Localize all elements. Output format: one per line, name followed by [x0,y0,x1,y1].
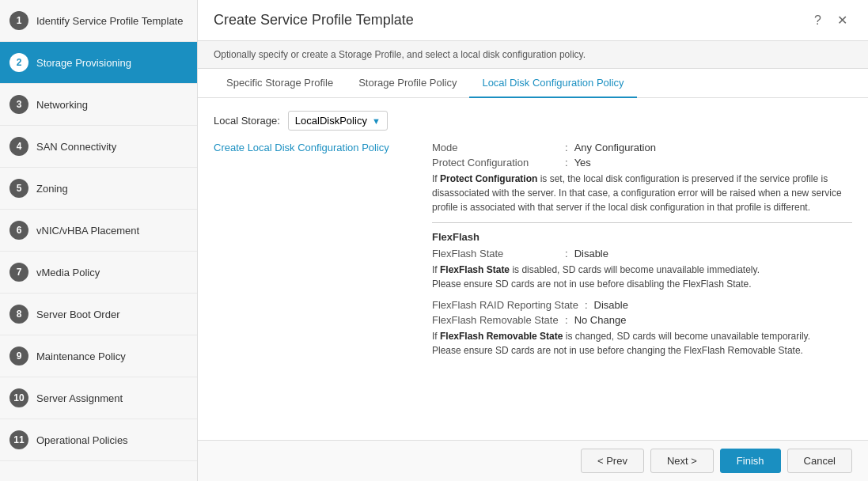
flexflash-state-description: If FlexFlash State is disabled, SD cards… [432,263,843,291]
step-number-6: 6 [9,221,28,240]
step-number-5: 5 [9,179,28,198]
flexflash-state-bold: FlexFlash State [440,264,510,275]
cancel-button[interactable]: Cancel [787,449,852,473]
step-number-10: 10 [9,388,28,407]
step-number-11: 11 [9,430,28,449]
sidebar-item-label-1: Identify Service Profile Template [36,15,183,27]
sidebar-item-label-6: vNIC/vHBA Placement [36,225,139,237]
sidebar-item-label-8: Server Boot Order [36,309,120,320]
step-number-9: 9 [9,347,28,365]
sidebar-item-label-2: Storage Provisioning [36,57,131,69]
main-content: Create Service Profile Template ? ✕ Opti… [198,0,868,481]
tab-local-disk-configuration-policy[interactable]: Local Disk Configuration Policy [469,69,636,98]
step-number-7: 7 [9,263,28,282]
flexflash-state-row: FlexFlash State : Disable [432,248,852,259]
step-number-2: 2 [9,53,28,72]
right-panel: Mode : Any Configuration Protect Configu… [432,142,852,365]
local-storage-row: Local Storage: LocalDiskPolicy ▼ [214,111,852,131]
sidebar-item-10[interactable]: 10 Server Assignment [0,377,197,419]
next-button[interactable]: Next > [650,449,714,473]
finish-button[interactable]: Finish [720,449,781,473]
flexflash-removable-bold: FlexFlash Removable State [440,331,563,342]
tab-storage-profile-policy[interactable]: Storage Profile Policy [346,69,469,98]
step-number-4: 4 [9,137,28,156]
mode-label: Mode [432,142,559,153]
sidebar-item-label-11: Operational Policies [36,434,128,446]
chevron-down-icon: ▼ [372,116,381,126]
close-button[interactable]: ✕ [832,11,852,29]
sidebar-item-label-5: Zoning [36,183,68,195]
mode-value: Any Configuration [574,142,656,153]
sidebar-item-11[interactable]: 11 Operational Policies [0,419,197,461]
sidebar-item-5[interactable]: 5 Zoning [0,168,197,210]
local-storage-select[interactable]: LocalDiskPolicy ▼ [288,111,388,131]
step-number-3: 3 [9,95,28,114]
sidebar-item-label-10: Server Assignment [36,392,123,404]
sidebar-item-label-9: Maintenance Policy [36,350,126,362]
flexflash-raid-label: FlexFlash RAID Reporting State [432,299,578,311]
sidebar-item-2[interactable]: 2 Storage Provisioning [0,42,197,84]
sidebar-item-label-7: vMedia Policy [36,267,100,278]
sidebar-item-9[interactable]: 9 Maintenance Policy [0,335,197,377]
sidebar-item-label-4: SAN Connectivity [36,141,116,153]
modal-title: Create Service Profile Template [214,12,414,28]
flexflash-divider [432,222,852,223]
flexflash-section-title: FlexFlash [432,231,852,243]
flexflash-state-label: FlexFlash State [432,248,559,259]
modal-header: Create Service Profile Template ? ✕ [198,0,868,41]
sidebar-item-8[interactable]: 8 Server Boot Order [0,294,197,335]
protect-config-row: Protect Configuration : Yes [432,157,852,169]
protect-config-bold: Protect Configuration [440,173,537,184]
left-panel: Create Local Disk Configuration Policy [214,142,419,365]
header-actions: ? ✕ [809,11,852,29]
sidebar-item-1[interactable]: 1 Identify Service Profile Template [0,0,197,42]
sidebar-item-3[interactable]: 3 Networking [0,84,197,126]
protect-config-value: Yes [574,157,591,169]
local-storage-label: Local Storage: [214,115,280,127]
description-bar: Optionally specify or create a Storage P… [198,41,868,69]
tab-specific-storage-profile[interactable]: Specific Storage Profile [214,69,346,98]
two-col-layout: Create Local Disk Configuration Policy M… [214,142,852,365]
flexflash-removable-label: FlexFlash Removable State [432,314,559,326]
footer: < Prev Next > Finish Cancel [198,440,868,481]
mode-row: Mode : Any Configuration [432,142,852,153]
help-button[interactable]: ? [809,11,826,29]
sidebar-item-6[interactable]: 6 vNIC/vHBA Placement [0,210,197,252]
sidebar-item-4[interactable]: 4 SAN Connectivity [0,126,197,168]
create-local-disk-link[interactable]: Create Local Disk Configuration Policy [214,142,419,153]
protect-config-label: Protect Configuration [432,157,559,169]
content-area: Local Storage: LocalDiskPolicy ▼ Create … [198,98,868,440]
flexflash-removable-description: If FlexFlash Removable State is changed,… [432,329,843,358]
flexflash-raid-row: FlexFlash RAID Reporting State : Disable [432,299,852,311]
flexflash-raid-value: Disable [594,299,628,311]
description-text: Optionally specify or create a Storage P… [214,49,586,60]
sidebar-item-label-3: Networking [36,99,88,111]
sidebar-item-7[interactable]: 7 vMedia Policy [0,252,197,294]
step-number-1: 1 [9,11,28,30]
sidebar: 1 Identify Service Profile Template 2 St… [0,0,198,481]
flexflash-state-value: Disable [574,248,608,259]
step-number-8: 8 [9,305,28,324]
tab-bar: Specific Storage Profile Storage Profile… [198,69,868,98]
flexflash-removable-row: FlexFlash Removable State : No Change [432,314,852,326]
flexflash-removable-value: No Change [574,314,627,326]
local-storage-value: LocalDiskPolicy [295,115,367,127]
prev-button[interactable]: < Prev [581,449,644,473]
protect-config-description: If Protect Configuration is set, the loc… [432,172,843,214]
